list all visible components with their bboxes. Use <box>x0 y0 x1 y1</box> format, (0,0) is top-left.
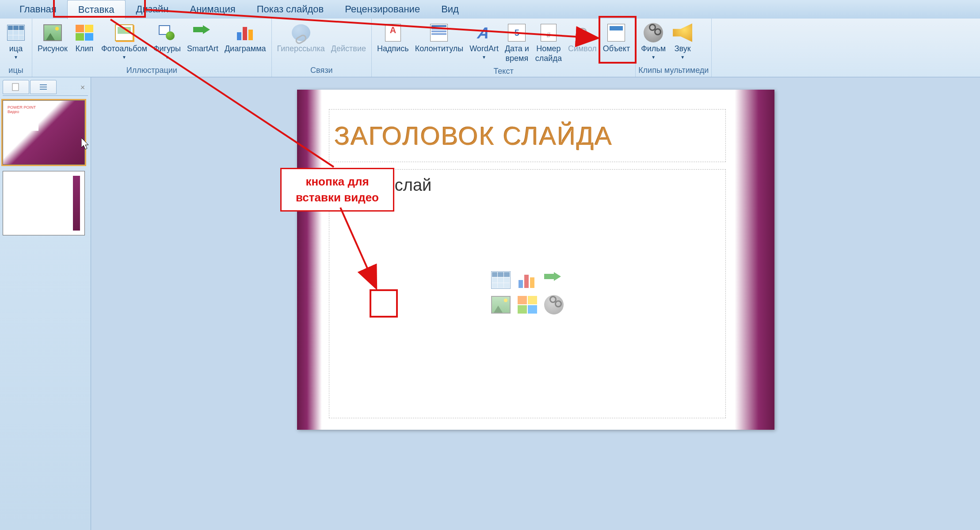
svg-rect-0 <box>12 83 19 91</box>
svg-marker-8 <box>81 138 88 149</box>
table-button[interactable]: ица ▼ <box>3 20 29 61</box>
outline-icon <box>39 83 48 91</box>
ribbon-group-illustrations: Рисунок Клип Фотоальбом ▼ Фигуры ▼ Smart… <box>32 19 272 77</box>
menu-bar: Главная Вставка Дизайн Анимация Показ сл… <box>0 0 980 19</box>
menu-tab-slideshow[interactable]: Показ слайдов <box>246 0 334 19</box>
slidenumber-button[interactable]: # Номер слайда <box>533 20 564 65</box>
annotation-label: кнопка для вставки видео <box>280 168 394 212</box>
panel-tabs: × <box>3 80 88 96</box>
menu-tab-insert[interactable]: Вставка <box>67 0 126 19</box>
shapes-button[interactable]: Фигуры ▼ <box>151 20 183 61</box>
hyperlink-icon <box>290 22 312 43</box>
menu-tab-view[interactable]: Вид <box>431 0 469 19</box>
movie-button[interactable]: Фильм ▼ <box>638 20 668 61</box>
headerfooter-button[interactable]: Колонтитулы <box>412 20 466 56</box>
textbox-button[interactable]: Надпись <box>374 20 412 56</box>
action-button: Действие <box>328 20 369 56</box>
picture-button[interactable]: Рисунок <box>35 20 70 56</box>
datetime-button[interactable]: 5 Дата и время <box>502 20 532 65</box>
title-placeholder[interactable]: ЗАГОЛОВОК СЛАЙДА <box>329 109 726 162</box>
panel-tab-outline[interactable] <box>30 80 57 94</box>
group-label-media: Клипы мультимеди <box>638 64 709 77</box>
table-icon <box>5 22 27 43</box>
textbox-icon <box>382 22 404 43</box>
sound-button[interactable]: Звук ▼ <box>669 20 696 61</box>
ribbon-group-links: Гиперссылка Действие Связи <box>272 19 372 77</box>
group-label-text: Текст <box>374 65 633 78</box>
content-icons-grid <box>489 269 566 316</box>
group-label-links: Связи <box>275 64 369 77</box>
title-text: ЗАГОЛОВОК СЛАЙДА <box>335 121 613 151</box>
picture-icon <box>42 22 63 43</box>
hyperlink-button: Гиперссылка <box>275 20 328 56</box>
thumb-background <box>73 176 80 231</box>
menu-tab-review[interactable]: Рецензирование <box>334 0 431 19</box>
smartart-icon <box>192 22 213 43</box>
dropdown-arrow-icon: ▼ <box>165 55 169 60</box>
slide-editor: ЗАГОЛОВОК СЛАЙДА Текст слай <box>91 77 980 530</box>
thumb-content-preview: POWER POINT Видео <box>7 104 38 131</box>
insert-table-icon[interactable] <box>489 269 513 291</box>
dropdown-arrow-icon: ▼ <box>651 55 656 60</box>
chart-icon <box>235 22 256 43</box>
file-icon <box>11 83 20 91</box>
dropdown-arrow-icon: ▼ <box>680 55 685 60</box>
dropdown-arrow-icon: ▼ <box>14 55 18 60</box>
action-icon <box>338 22 359 43</box>
headerfooter-icon <box>428 22 450 43</box>
wordart-icon <box>473 22 495 43</box>
insert-picture-icon[interactable] <box>489 294 513 316</box>
sound-icon <box>672 22 693 43</box>
insert-film-icon[interactable] <box>542 294 566 316</box>
work-area: × POWER POINT Видео ЗАГОЛОВОК СЛАЙДА Тек… <box>0 77 980 530</box>
clip-button[interactable]: Клип <box>71 20 98 56</box>
mouse-cursor-icon <box>81 138 90 150</box>
chart-button[interactable]: Диаграмма <box>222 20 269 56</box>
symbol-button: Ω Символ <box>565 20 599 56</box>
smartart-button[interactable]: SmartArt <box>184 20 221 56</box>
slide-gradient-left <box>297 90 322 430</box>
menu-tab-home[interactable]: Главная <box>9 0 67 19</box>
group-label-tables: ицы <box>3 64 29 77</box>
panel-close-button[interactable]: × <box>77 80 88 95</box>
menu-tab-animation[interactable]: Анимация <box>179 0 246 19</box>
symbol-icon: Ω <box>572 22 593 43</box>
ribbon-group-tables: ица ▼ ицы <box>0 19 32 77</box>
ribbon: ица ▼ ицы Рисунок Клип Фотоальбом ▼ <box>0 19 980 77</box>
dropdown-arrow-icon: ▼ <box>482 55 486 60</box>
slide-canvas[interactable]: ЗАГОЛОВОК СЛАЙДА Текст слай <box>297 90 774 430</box>
slide-gradient-right <box>735 90 774 430</box>
object-icon <box>606 22 627 43</box>
clip-icon <box>74 22 95 43</box>
datetime-icon: 5 <box>506 22 527 43</box>
panel-tab-slides[interactable] <box>3 80 29 94</box>
group-label-illustrations: Иллюстрации <box>35 64 269 77</box>
wordart-button[interactable]: WordArt ▼ <box>467 20 501 61</box>
dropdown-arrow-icon: ▼ <box>122 55 126 60</box>
insert-smartart-icon[interactable] <box>542 269 566 291</box>
ribbon-group-media: Фильм ▼ Звук ▼ Клипы мультимеди <box>636 19 712 77</box>
menu-tab-design[interactable]: Дизайн <box>126 0 179 19</box>
slide-thumbnail-1[interactable]: POWER POINT Видео <box>3 100 85 165</box>
slidenumber-icon: # <box>538 22 559 43</box>
ribbon-group-text: Надпись Колонтитулы WordArt ▼ 5 Дата и в… <box>372 19 636 77</box>
film-icon <box>643 22 664 43</box>
insert-clip-icon[interactable] <box>515 294 539 316</box>
shapes-icon <box>156 22 178 43</box>
slide-thumbnail-2[interactable] <box>3 171 85 235</box>
photoalbum-icon <box>114 22 135 43</box>
object-button[interactable]: Объект <box>600 20 633 56</box>
slide-panel: × POWER POINT Видео <box>0 77 91 530</box>
insert-chart-icon[interactable] <box>515 269 539 291</box>
photoalbum-button[interactable]: Фотоальбом ▼ <box>99 20 150 61</box>
